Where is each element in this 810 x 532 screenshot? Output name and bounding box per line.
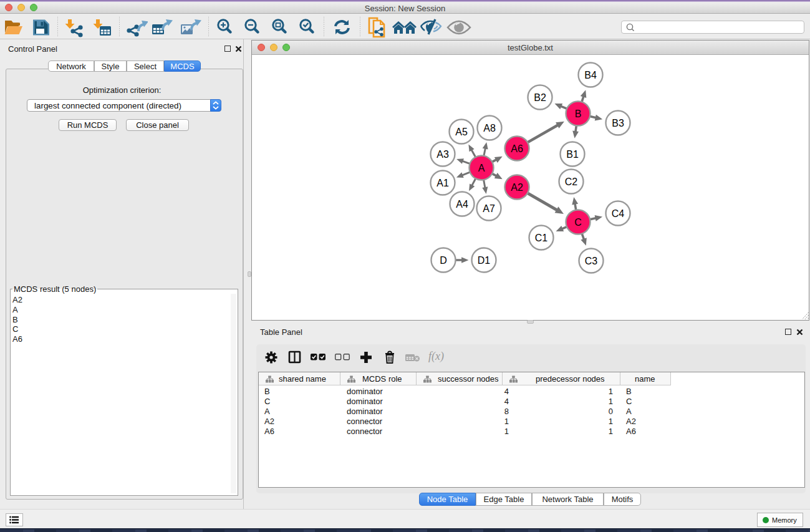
svg-text:B2: B2 <box>534 92 546 103</box>
svg-text:A: A <box>478 163 485 173</box>
svg-text:A8: A8 <box>483 123 496 133</box>
svg-text:C3: C3 <box>585 256 598 266</box>
svg-text:C: C <box>574 217 582 228</box>
svg-text:C4: C4 <box>612 208 625 219</box>
svg-text:A5: A5 <box>455 127 468 137</box>
svg-text:D: D <box>440 255 447 266</box>
svg-text:B: B <box>575 109 582 119</box>
svg-text:B1: B1 <box>566 149 579 160</box>
svg-text:C2: C2 <box>565 177 578 187</box>
svg-text:A7: A7 <box>483 203 495 214</box>
svg-text:A2: A2 <box>511 182 523 193</box>
svg-text:A6: A6 <box>511 143 523 154</box>
svg-text:C1: C1 <box>535 233 548 243</box>
svg-text:A4: A4 <box>456 199 468 210</box>
svg-text:B3: B3 <box>612 118 624 128</box>
svg-text:B4: B4 <box>584 70 597 80</box>
svg-text:A3: A3 <box>436 149 449 160</box>
svg-text:D1: D1 <box>478 255 491 266</box>
svg-text:A1: A1 <box>436 178 449 188</box>
